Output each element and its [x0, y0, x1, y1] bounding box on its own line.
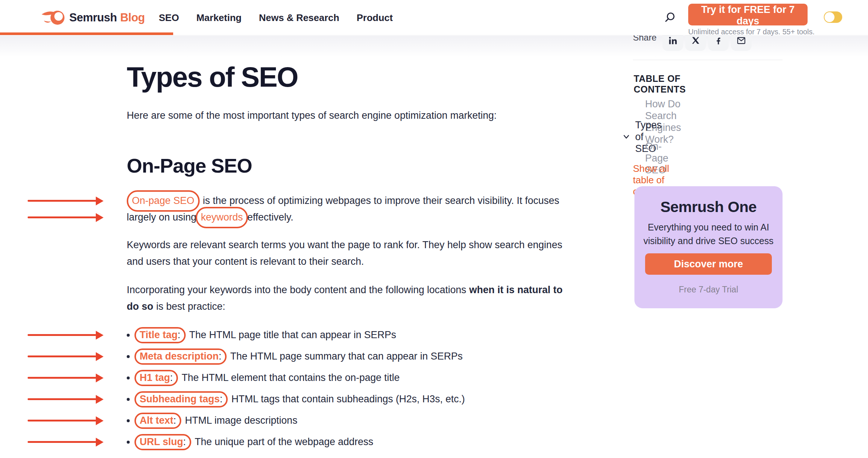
h1-tag-link[interactable]: H1 tag: [140, 372, 170, 384]
bullet-dot: [127, 398, 130, 401]
list-item: Alt text: HTML image descriptions: [127, 412, 465, 429]
title-tag-link[interactable]: Title tag: [140, 329, 178, 341]
annotation-arrow: [28, 377, 96, 379]
nav-item-seo[interactable]: SEO: [159, 12, 179, 24]
keywords-link[interactable]: keywords: [201, 209, 243, 226]
bullet-dot: [127, 377, 130, 379]
url-slug-link[interactable]: URL slug: [140, 436, 183, 448]
paragraph-text: and users that your content is relevant …: [127, 253, 364, 270]
annotation-circle: H1 tag:: [134, 370, 178, 386]
separator: :: [219, 351, 222, 362]
nav-item-news-research[interactable]: News & Research: [259, 12, 339, 24]
paragraph-text: largely on using: [127, 209, 196, 226]
nav-item-product[interactable]: Product: [357, 12, 393, 24]
paragraph-on-page-seo: On-page SEOis the process of optimizing …: [127, 192, 559, 226]
page-title: Types of SEO: [127, 62, 298, 92]
logo-brand-text: Semrush: [69, 11, 117, 24]
separator: :: [174, 415, 176, 426]
bullet-dot: [127, 419, 130, 422]
paragraph-text: is best practice:: [156, 298, 225, 315]
keyword-locations-list: Title tag: The HTML page title that can …: [127, 327, 465, 455]
annotation-arrow: [28, 420, 96, 421]
list-item: Title tag: The HTML page title that can …: [127, 327, 465, 343]
separator: :: [220, 393, 223, 405]
annotation-arrow: [28, 216, 96, 218]
semrush-one-promo-card: Semrush One Everything you need to win A…: [634, 186, 783, 308]
cta-block: Try it for FREE for 7 days Unlimited acc…: [688, 4, 808, 36]
site-header: Semrush Blog SEO Marketing News & Resear…: [0, 0, 868, 35]
promo-title: Semrush One: [634, 198, 783, 216]
promo-subtitle-line: Everything you need to win AI: [634, 221, 783, 234]
annotation-arrow: [28, 398, 96, 400]
list-item: H1 tag: The HTML element that contains t…: [127, 369, 465, 386]
paragraph-bold-text: do so: [127, 298, 153, 315]
semrush-flame-icon: [41, 9, 65, 26]
semrush-blog-page: Share: [0, 0, 868, 458]
separator: :: [183, 436, 186, 448]
annotation-circle: keywords: [196, 207, 248, 228]
bullet-dot: [127, 441, 130, 444]
chevron-down-icon[interactable]: [622, 132, 630, 142]
annotation-circle: Subheading tags:: [134, 391, 228, 407]
list-item: URL slug: The unique part of the webpage…: [127, 434, 465, 450]
paragraph-incorporating: Incorporating your keywords into the bod…: [127, 282, 563, 315]
search-icon: [663, 11, 679, 24]
annotation-arrow: [28, 355, 96, 357]
x-icon: [691, 36, 700, 45]
list-item-desc: The HTML page summary that can appear in…: [230, 351, 463, 362]
paragraph-keywords: Keywords are relevant search terms you w…: [127, 237, 562, 270]
paragraph-text: effectively.: [247, 209, 293, 226]
free-trial-note: Free 7-day Trial: [634, 285, 783, 295]
paragraph-text: is the process of optimizing webpages to…: [203, 192, 559, 209]
annotation-circle: URL slug:: [134, 434, 191, 450]
annotation-arrow: [28, 441, 96, 443]
theme-toggle[interactable]: [824, 11, 842, 23]
annotation-arrow: [28, 200, 96, 202]
logo-suffix-text: Blog: [120, 11, 145, 24]
toc-title: TABLE OF CONTENTS: [634, 73, 686, 95]
annotation-circle: Alt text:: [134, 413, 181, 429]
facebook-icon: [714, 36, 723, 45]
intro-paragraph: Here are some of the most important type…: [127, 107, 497, 124]
cta-subtitle: Unlimited access for 7 days. 55+ tools.: [688, 28, 808, 36]
semrush-blog-logo[interactable]: Semrush Blog: [41, 0, 145, 35]
bullet-dot: [127, 355, 130, 358]
annotation-circle: On-page SEO: [127, 190, 200, 212]
free-trial-button[interactable]: Try it for FREE for 7 days: [688, 4, 808, 25]
nav-item-marketing[interactable]: Marketing: [196, 12, 242, 24]
main-nav: SEO Marketing News & Research Product: [159, 0, 393, 35]
list-item-desc: The unique part of the webpage address: [195, 436, 374, 448]
separator: :: [170, 372, 173, 384]
paragraph-bold-text: when it is natural to: [469, 282, 563, 298]
bullet-dot: [127, 334, 130, 337]
alt-text-link[interactable]: Alt text: [140, 415, 174, 426]
list-item-desc: HTML image descriptions: [185, 415, 297, 426]
subheading-tags-link[interactable]: Subheading tags: [140, 393, 220, 405]
annotation-circle: Meta description:: [134, 348, 227, 365]
annotation-circle: Title tag:: [134, 327, 186, 343]
separator: :: [178, 329, 181, 341]
paragraph-text: Keywords are relevant search terms you w…: [127, 237, 562, 253]
on-page-seo-link[interactable]: On-page SEO: [132, 192, 195, 209]
promo-subtitle-line: visibility and drive SEO success: [634, 234, 783, 248]
list-item-desc: The HTML page title that can appear in S…: [189, 329, 396, 341]
linkedin-icon: [668, 36, 678, 45]
email-icon: [736, 36, 746, 45]
toggle-knob: [825, 12, 834, 22]
list-item: Subheading tags: HTML tags that contain …: [127, 391, 465, 407]
list-item: Meta description: The HTML page summary …: [127, 348, 465, 365]
search-button[interactable]: [663, 10, 679, 26]
section-heading-on-page-seo: On-Page SEO: [127, 155, 252, 176]
list-item-desc: The HTML element that contains the on-pa…: [182, 372, 400, 384]
promo-subtitle: Everything you need to win AI visibility…: [634, 221, 783, 248]
paragraph-text: Incorporating your keywords into the bod…: [127, 282, 466, 298]
discover-more-button[interactable]: Discover more: [645, 253, 772, 275]
sidebar-divider: [633, 60, 783, 60]
list-item-desc: HTML tags that contain subheadings (H2s,…: [231, 393, 465, 405]
annotation-arrow: [28, 334, 96, 336]
reading-progress-bar: [0, 32, 173, 35]
meta-description-link[interactable]: Meta description: [140, 351, 219, 362]
